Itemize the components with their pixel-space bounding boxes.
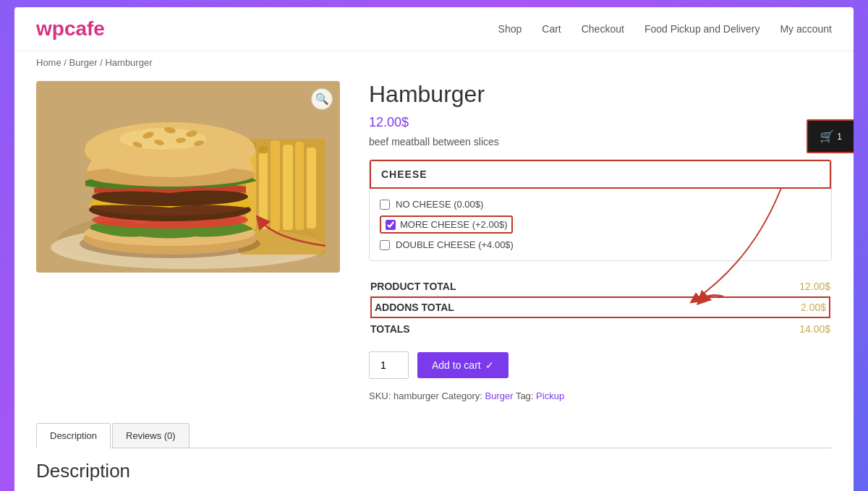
nav-cart[interactable]: Cart (542, 23, 561, 35)
addon-label-more-cheese: MORE CHEESE (+2.00$) (400, 219, 507, 230)
product-title: Hamburger (369, 81, 832, 108)
quantity-input[interactable]: 1 (369, 351, 409, 379)
description-section: Description (14, 448, 854, 491)
site-header: wpcafe Shop Cart Checkout Food Pickup an… (14, 7, 854, 51)
tab-reviews[interactable]: Reviews (0) (112, 423, 190, 448)
checkbox-highlighted-wrap: MORE CHEESE (+2.00$) (380, 215, 513, 234)
addon-option-double-cheese: DOUBLE CHEESE (+4.00$) (380, 236, 821, 253)
addon-option-more-cheese: MORE CHEESE (+2.00$) (380, 213, 821, 236)
product-total-label: PRODUCT TOTAL (370, 281, 456, 292)
totals-label: TOTALS (370, 323, 410, 335)
addons-total-row: ADDONS TOTAL 2.00$ (370, 296, 830, 318)
product-total-row: PRODUCT TOTAL 12.00$ (370, 277, 830, 296)
tag-label: Tag: (516, 390, 534, 401)
category-label: Category: (441, 390, 482, 401)
sku-label: SKU: (369, 390, 391, 401)
breadcrumb-current: Hamburger (105, 57, 152, 68)
product-description: beef meatball between slices (369, 136, 832, 148)
add-to-cart-label: Add to cart (432, 359, 481, 371)
sku-line: SKU: hamburger Category: Burger Tag: Pic… (369, 390, 832, 401)
cart-count: 1 (837, 132, 842, 142)
product-total-value: 12.00$ (799, 281, 830, 292)
product-details: Hamburger 12.00$ beef meatball between s… (369, 81, 832, 401)
zoom-icon[interactable]: 🔍 (311, 88, 333, 110)
svg-rect-5 (259, 146, 268, 229)
checkbox-more-cheese[interactable] (386, 220, 396, 230)
category-link[interactable]: Burger (485, 390, 513, 401)
product-image-wrap: 🔍 (36, 81, 340, 401)
nav-checkout[interactable]: Checkout (582, 23, 624, 35)
sku-value: hamburger (393, 390, 439, 401)
tab-description[interactable]: Description (36, 423, 111, 448)
addons-total-value: 2.00$ (801, 302, 826, 313)
addon-box: CHEESE NO CHEESE (0.00$) MORE CHEESE (+2… (369, 159, 832, 261)
checkmark-icon: ✓ (485, 359, 494, 371)
addon-label-double-cheese: DOUBLE CHEESE (+4.00$) (396, 239, 514, 250)
addon-label-no-cheese: NO CHEESE (0.00$) (396, 199, 483, 210)
cart-row: 1 Add to cart ✓ (369, 351, 832, 379)
addon-section-label: CHEESE (370, 160, 831, 189)
product-price: 12.00$ (369, 115, 832, 130)
nav-my-account[interactable]: My account (780, 23, 832, 35)
svg-rect-7 (283, 145, 293, 230)
tag-link[interactable]: Pickup (536, 390, 564, 401)
breadcrumb-category[interactable]: Burger (69, 57, 98, 68)
site-logo[interactable]: wpcafe (36, 17, 498, 40)
totals-value: 14.00$ (799, 323, 830, 335)
nav-food-pickup[interactable]: Food Pickup and Delivery (644, 23, 760, 35)
cart-widget[interactable]: 🛒 1 (807, 119, 854, 153)
breadcrumb: Home / Burger / Hamburger (14, 51, 854, 74)
pricing-table: PRODUCT TOTAL 12.00$ ADDONS TOTAL 2.00$ … (369, 276, 832, 340)
site-nav: Shop Cart Checkout Food Pickup and Deliv… (498, 23, 832, 35)
svg-rect-6 (271, 140, 280, 231)
addon-option-no-cheese: NO CHEESE (0.00$) (380, 196, 821, 213)
svg-rect-11 (259, 146, 268, 153)
main-content: 🔍 Hamburger 12.00$ beef meatball between… (14, 74, 854, 416)
svg-rect-8 (295, 142, 304, 230)
addons-total-label: ADDONS TOTAL (375, 302, 454, 313)
addon-options: NO CHEESE (0.00$) MORE CHEESE (+2.00$) D… (370, 189, 831, 260)
product-image: 🔍 (36, 81, 340, 273)
add-to-cart-button[interactable]: Add to cart ✓ (417, 352, 509, 378)
breadcrumb-sep1: / (64, 57, 69, 68)
checkbox-double-cheese[interactable] (380, 240, 390, 250)
cart-icon: 🛒 (820, 129, 834, 143)
svg-rect-9 (307, 148, 316, 229)
tabs-row: Description Reviews (0) (36, 423, 832, 448)
totals-row: TOTALS 14.00$ (370, 320, 830, 338)
nav-shop[interactable]: Shop (498, 23, 522, 35)
description-heading: Description (36, 460, 832, 482)
checkbox-no-cheese[interactable] (380, 200, 390, 210)
breadcrumb-home[interactable]: Home (36, 57, 61, 68)
